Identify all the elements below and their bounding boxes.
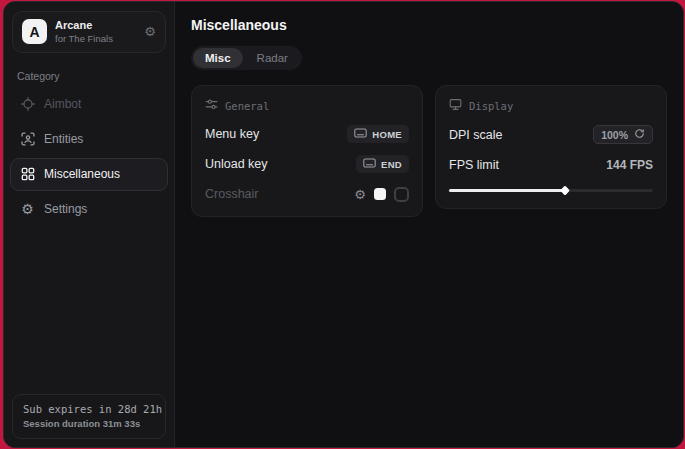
gear-icon: ⚙: [20, 202, 35, 217]
session-duration-text: Session duration 31m 33s: [23, 418, 155, 429]
app-window: A Arcane for The Finals ⚙ Category Aimbo…: [3, 1, 684, 448]
category-label: Category: [17, 70, 161, 82]
sidebar-item-label: Miscellaneous: [44, 167, 120, 181]
sidebar-item-entities[interactable]: Entities: [10, 123, 168, 156]
sidebar-item-settings[interactable]: ⚙ Settings: [10, 193, 168, 226]
fps-limit-row: FPS limit 144 FPS: [449, 156, 653, 174]
app-title: Arcane: [55, 19, 113, 33]
dpi-scale-label: DPI scale: [449, 128, 503, 142]
slider-fill: [449, 189, 565, 192]
menu-key-value: HOME: [372, 129, 402, 140]
keyboard-icon: [354, 128, 367, 140]
dpi-scale-row: DPI scale 100%: [449, 125, 653, 144]
unload-key-label: Unload key: [205, 157, 268, 171]
fps-limit-slider[interactable]: [449, 186, 653, 195]
sub-expires-text: Sub expires in 28d 21h: [23, 403, 155, 415]
display-panel: Display DPI scale 100% FPS limit: [435, 85, 667, 209]
display-panel-title: Display: [469, 100, 513, 112]
app-logo: A: [22, 19, 47, 44]
crosshair-row: Crosshair ⚙: [205, 185, 409, 203]
crosshair-label: Crosshair: [205, 187, 259, 201]
gear-icon[interactable]: ⚙: [354, 188, 366, 201]
entities-scan-icon: [20, 132, 35, 147]
general-panel-header: General: [205, 98, 409, 113]
crosshair-color-swatch[interactable]: [374, 188, 386, 200]
unload-key-value: END: [381, 159, 402, 170]
unload-key-row: Unload key END: [205, 155, 409, 173]
page-title: Miscellaneous: [191, 17, 667, 33]
slider-handle[interactable]: [560, 186, 570, 196]
unload-key-bind-button[interactable]: END: [356, 155, 409, 173]
sidebar-item-aimbot[interactable]: Aimbot: [10, 88, 168, 121]
brand-card: A Arcane for The Finals ⚙: [12, 11, 166, 53]
sidebar: A Arcane for The Finals ⚙ Category Aimbo…: [4, 2, 175, 447]
sidebar-item-miscellaneous[interactable]: Miscellaneous: [10, 158, 168, 191]
display-panel-header: Display: [449, 98, 653, 113]
crosshair-controls: ⚙: [354, 187, 409, 202]
sidebar-spacer: [4, 226, 174, 386]
refresh-icon[interactable]: [634, 128, 645, 141]
sidebar-item-label: Settings: [44, 202, 87, 216]
general-panel-title: General: [225, 100, 269, 112]
tab-group: Misc Radar: [191, 46, 302, 70]
menu-key-label: Menu key: [205, 127, 259, 141]
dpi-scale-control[interactable]: 100%: [593, 125, 653, 144]
crosshair-checkbox[interactable]: [394, 187, 409, 202]
brand-text: Arcane for The Finals: [55, 19, 113, 45]
app-subtitle: for The Finals: [55, 33, 113, 45]
gear-icon[interactable]: ⚙: [144, 25, 156, 38]
panels: General Menu key HOME Unload key: [191, 85, 667, 217]
general-panel: General Menu key HOME Unload key: [191, 85, 423, 217]
tab-radar[interactable]: Radar: [245, 48, 300, 68]
sidebar-nav: Aimbot Entities Miscellaneous: [4, 88, 174, 226]
sidebar-item-label: Entities: [44, 132, 83, 146]
main-content: Miscellaneous Misc Radar General Menu ke…: [175, 2, 683, 447]
sliders-icon: [205, 98, 218, 113]
tab-misc[interactable]: Misc: [193, 48, 243, 68]
grid-icon: [20, 167, 35, 182]
subscription-card: Sub expires in 28d 21h Session duration …: [12, 394, 166, 439]
monitor-icon: [449, 98, 462, 113]
keyboard-icon: [363, 158, 376, 170]
menu-key-bind-button[interactable]: HOME: [347, 125, 409, 143]
crosshair-icon: [20, 97, 35, 112]
menu-key-row: Menu key HOME: [205, 125, 409, 143]
fps-limit-label: FPS limit: [449, 158, 499, 172]
fps-limit-value: 144 FPS: [606, 158, 653, 172]
dpi-scale-value: 100%: [601, 129, 628, 141]
sidebar-item-label: Aimbot: [44, 97, 81, 111]
